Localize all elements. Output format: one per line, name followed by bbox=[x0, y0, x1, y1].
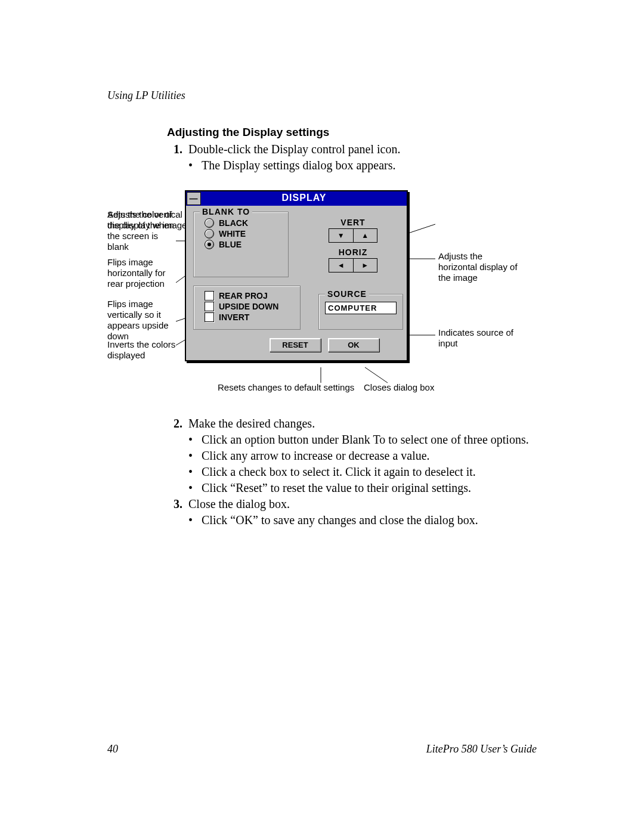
section-title: Adjusting the Display settings bbox=[167, 126, 537, 139]
step-number: 1. bbox=[167, 143, 182, 156]
svg-line-9 bbox=[365, 367, 388, 383]
callout-ok: Closes dialog box bbox=[364, 382, 465, 393]
checkbox-icon bbox=[205, 291, 214, 301]
vert-down-button[interactable]: ▼ bbox=[329, 229, 354, 242]
check-upside-down[interactable]: UPSIDE DOWN bbox=[205, 302, 294, 311]
bullet-icon: • bbox=[188, 481, 202, 495]
callout-rear: Flips image horizontally for rear projec… bbox=[107, 257, 179, 289]
radio-label: BLUE bbox=[219, 240, 242, 249]
source-group: SOURCE COMPUTER bbox=[318, 294, 403, 330]
step-2b: •Click any arrow to increase or decrease… bbox=[188, 449, 537, 463]
step-number: 2. bbox=[167, 417, 182, 431]
sub-text: Click a check box to select it. Click it… bbox=[202, 465, 537, 479]
step-3: 3. Close the dialog box. bbox=[167, 497, 537, 511]
step-1-sub: • The Display settings dialog box appear… bbox=[188, 159, 537, 172]
sub-text: Click “Reset” to reset the value to thei… bbox=[202, 481, 537, 495]
bullet-icon: • bbox=[188, 513, 202, 527]
radio-icon bbox=[205, 218, 214, 228]
radio-black[interactable]: BLACK bbox=[205, 218, 282, 228]
dialog-titlebar: — DISPLAY bbox=[186, 191, 407, 206]
svg-line-5 bbox=[408, 224, 435, 233]
reset-button[interactable]: RESET bbox=[270, 338, 321, 352]
horiz-label: HORIZ bbox=[306, 247, 400, 257]
callout-source: Indicates source of input bbox=[438, 327, 522, 349]
bullet-icon: • bbox=[188, 449, 202, 463]
sub-text: Click an option button under Blank To to… bbox=[202, 433, 537, 447]
source-legend: SOURCE bbox=[325, 289, 369, 299]
vert-label: VERT bbox=[306, 218, 400, 227]
sub-text: Click “OK” to save any changes and close… bbox=[202, 513, 537, 527]
horiz-left-button[interactable]: ◄ bbox=[329, 259, 354, 272]
display-dialog-figure: Sets the color of the display when the s… bbox=[107, 190, 537, 405]
step-2a: •Click an option button under Blank To t… bbox=[188, 433, 537, 447]
bullet-icon: • bbox=[188, 465, 202, 479]
step-1: 1. Double-click the Display control pane… bbox=[167, 143, 537, 156]
ok-button[interactable]: OK bbox=[328, 338, 379, 352]
check-label: INVERT bbox=[219, 312, 249, 322]
radio-icon bbox=[205, 229, 214, 239]
step-text: Make the desired changes. bbox=[188, 417, 537, 431]
horiz-right-button[interactable]: ► bbox=[354, 259, 377, 272]
system-menu-icon[interactable]: — bbox=[187, 192, 201, 205]
sub-text: Click any arrow to increase or decrease … bbox=[202, 449, 537, 463]
callout-vert: Adjusts the vertical display of the imag… bbox=[107, 209, 191, 231]
check-label: UPSIDE DOWN bbox=[219, 302, 278, 311]
blank-to-group: BLANK TO BLACK WHITE BLUE bbox=[193, 212, 289, 277]
check-invert[interactable]: INVERT bbox=[205, 312, 294, 322]
radio-blue[interactable]: BLUE bbox=[205, 240, 282, 249]
sub-text: The Display settings dialog box appears. bbox=[202, 159, 537, 172]
check-label: REAR PROJ bbox=[219, 291, 268, 301]
checkbox-icon bbox=[205, 312, 214, 322]
radio-icon bbox=[205, 240, 214, 249]
vert-up-button[interactable]: ▲ bbox=[354, 229, 377, 242]
radio-label: WHITE bbox=[219, 229, 246, 239]
check-rear-proj[interactable]: REAR PROJ bbox=[205, 291, 294, 301]
callout-horiz: Adjusts the horizontal display of the im… bbox=[438, 251, 522, 283]
step-2d: •Click “Reset” to reset the value to the… bbox=[188, 481, 537, 495]
blank-to-legend: BLANK TO bbox=[200, 207, 252, 216]
horiz-stepper: ◄ ► bbox=[329, 258, 377, 272]
guide-title: LitePro 580 User’s Guide bbox=[426, 743, 537, 755]
step-text: Close the dialog box. bbox=[188, 497, 537, 511]
page-footer: 40 LitePro 580 User’s Guide bbox=[107, 743, 537, 755]
step-text: Double-click the Display control panel i… bbox=[188, 143, 537, 156]
dialog-title: DISPLAY bbox=[202, 191, 407, 206]
bullet-icon: • bbox=[188, 433, 202, 447]
checkbox-icon bbox=[205, 302, 214, 311]
running-header: Using LP Utilities bbox=[107, 89, 537, 102]
radio-white[interactable]: WHITE bbox=[205, 229, 282, 239]
source-value: COMPUTER bbox=[325, 302, 397, 314]
step-2c: •Click a check box to select it. Click i… bbox=[188, 465, 537, 479]
page-number: 40 bbox=[107, 743, 118, 755]
callout-upside: Flips image vertically so it appears ups… bbox=[107, 299, 182, 342]
vert-stepper: ▼ ▲ bbox=[329, 228, 377, 243]
callout-reset: Resets changes to default settings bbox=[218, 382, 373, 393]
checks-group: REAR PROJ UPSIDE DOWN INVERT bbox=[193, 286, 301, 330]
step-number: 3. bbox=[167, 497, 182, 511]
step-2: 2. Make the desired changes. bbox=[167, 417, 537, 431]
step-3a: •Click “OK” to save any changes and clos… bbox=[188, 513, 537, 527]
radio-label: BLACK bbox=[219, 218, 248, 228]
callout-invert: Inverts the colors displayed bbox=[107, 339, 179, 361]
display-dialog: — DISPLAY BLANK TO BLACK bbox=[185, 190, 408, 361]
bullet-icon: • bbox=[188, 159, 202, 172]
